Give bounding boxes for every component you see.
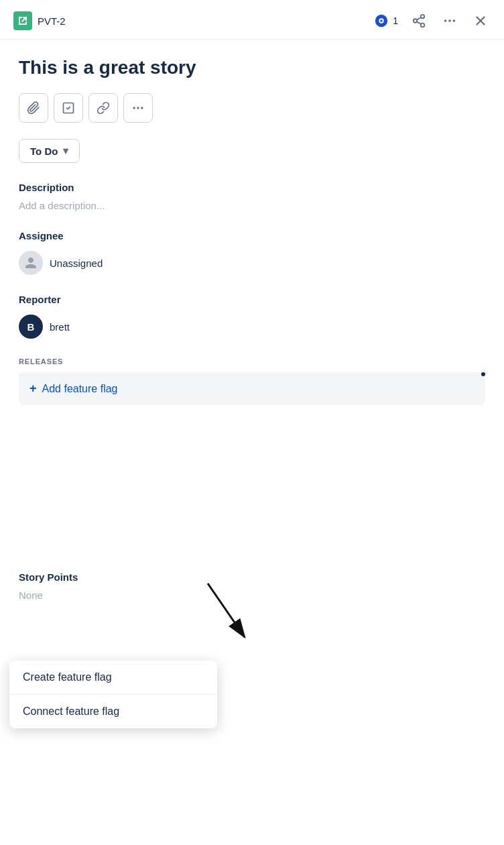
issue-header: PVT-2 1 — [0, 0, 504, 40]
unassigned-avatar — [19, 251, 43, 275]
svg-point-16 — [141, 107, 143, 109]
issue-id: PVT-2 — [38, 15, 374, 27]
add-feature-flag-button[interactable]: + Add feature flag — [19, 372, 485, 405]
story-points-section: Story Points None — [0, 571, 504, 601]
svg-point-15 — [137, 107, 139, 109]
dot-indicator — [481, 372, 485, 376]
toolbar — [19, 93, 485, 123]
chevron-down-icon: ▾ — [63, 145, 68, 157]
releases-label: RELEASES — [19, 357, 485, 365]
description-input[interactable]: Add a description... — [19, 200, 485, 211]
app-icon — [13, 11, 32, 30]
story-points-value: None — [19, 589, 485, 601]
svg-point-8 — [444, 19, 447, 22]
more-options-button[interactable] — [440, 11, 460, 31]
assignee-section: Assignee Unassigned — [19, 230, 485, 278]
watch-count: 1 — [393, 15, 398, 26]
svg-point-9 — [448, 19, 451, 22]
svg-point-2 — [380, 19, 383, 22]
main-content: This is a great story To Do ▾ — [0, 40, 504, 437]
reporter-label: Reporter — [19, 294, 485, 305]
reporter-avatar: B — [19, 315, 43, 339]
status-label: To Do — [30, 146, 58, 157]
toolbar-more-button[interactable] — [123, 93, 153, 123]
svg-line-7 — [417, 17, 421, 20]
description-label: Description — [19, 182, 485, 193]
svg-line-6 — [417, 21, 421, 24]
story-points-label: Story Points — [19, 571, 485, 583]
description-section: Description Add a description... — [19, 182, 485, 211]
reporter-row[interactable]: B brett — [19, 312, 485, 341]
svg-point-10 — [453, 19, 456, 22]
add-feature-flag-label: Add feature flag — [42, 383, 118, 395]
assignee-value: Unassigned — [50, 258, 103, 269]
link-button[interactable] — [88, 93, 118, 123]
share-button[interactable] — [409, 11, 429, 31]
checklist-button[interactable] — [54, 93, 83, 123]
reporter-section: Reporter B brett — [19, 294, 485, 341]
attach-button[interactable] — [19, 93, 48, 123]
assignee-label: Assignee — [19, 230, 485, 241]
status-button[interactable]: To Do ▾ — [19, 139, 80, 163]
close-button[interactable] — [470, 11, 491, 31]
watch-button[interactable]: 1 — [374, 13, 398, 28]
feature-flag-dropdown: Create feature flag Connect feature flag — [9, 661, 217, 728]
issue-title[interactable]: This is a great story — [19, 56, 485, 80]
reporter-avatar-letter: B — [27, 321, 35, 333]
plus-icon: + — [29, 382, 37, 396]
assignee-row[interactable]: Unassigned — [19, 248, 485, 278]
svg-point-14 — [133, 107, 135, 109]
releases-section: RELEASES + Add feature flag — [19, 357, 485, 405]
create-feature-flag-item[interactable]: Create feature flag — [9, 661, 217, 695]
header-actions: 1 — [374, 11, 491, 31]
connect-feature-flag-item[interactable]: Connect feature flag — [9, 695, 217, 728]
reporter-value: brett — [50, 321, 70, 333]
